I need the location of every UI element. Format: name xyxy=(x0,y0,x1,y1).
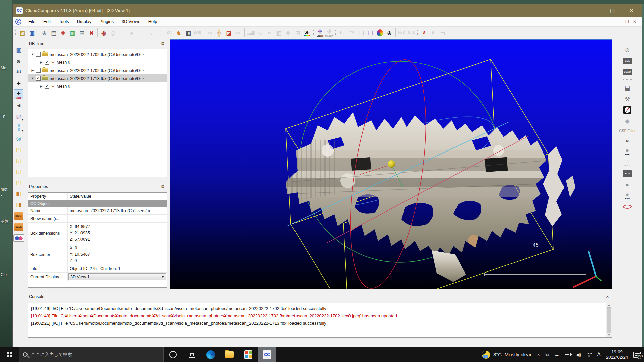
tree-item[interactable]: ▼metascan_20220222-1702.fbx (C:/Users/mo… xyxy=(28,50,167,58)
view-left-button[interactable]: ◲ xyxy=(14,167,23,176)
hull-plugin-button[interactable]: ● xyxy=(623,180,632,189)
task-view-button[interactable] xyxy=(182,347,201,362)
property-checkbox[interactable] xyxy=(70,216,74,220)
screenshot-button[interactable]: ◙ xyxy=(14,56,23,66)
global-shift-button[interactable]: ⊕ xyxy=(40,28,49,38)
csv-export-button[interactable]: ❏ xyxy=(366,28,375,38)
view-back-button[interactable]: ◳ xyxy=(14,178,23,187)
toolbar-drag-handle[interactable] xyxy=(14,41,23,43)
rotate-view-button[interactable]: ◄ xyxy=(14,101,23,110)
store-taskbar-button[interactable] xyxy=(239,347,258,362)
compass-plugin-button[interactable] xyxy=(623,105,632,115)
translate-rotate-button[interactable]: ╬ xyxy=(215,28,224,38)
perspective-cube-button[interactable]: ▧▾ xyxy=(14,112,23,121)
zoom-center-button[interactable]: ◎ xyxy=(14,134,23,143)
menu-edit[interactable]: Edit xyxy=(39,17,55,26)
visibility-checkbox[interactable] xyxy=(45,60,49,65)
view-front-button[interactable]: ◱ xyxy=(14,156,23,165)
hpr-plugin-button[interactable]: ●HPR xyxy=(623,147,632,156)
lips-plugin-button[interactable] xyxy=(623,202,632,212)
stereo-mode-button[interactable] xyxy=(13,233,24,243)
facets-plugin-button[interactable]: ◆ xyxy=(623,116,632,126)
visibility-checkbox[interactable] xyxy=(45,84,49,89)
noise-filter-button[interactable]: ▩ xyxy=(183,28,193,38)
cloudcompare-taskbar-button[interactable]: CC xyxy=(258,347,276,362)
dock-float-icon[interactable]: ⊡ xyxy=(161,184,164,189)
scalar-field-button[interactable]: SF xyxy=(302,28,312,38)
dock-float-icon[interactable]: ⊡ xyxy=(600,295,603,299)
dock-float-icon[interactable]: ⊡ xyxy=(161,41,164,46)
render-filter-off-button[interactable]: ⊘ xyxy=(623,45,632,55)
menu-tools[interactable]: Tools xyxy=(55,17,73,26)
desktop-icon-label[interactable]: Clo xyxy=(1,272,7,277)
cortana-button[interactable] xyxy=(164,347,182,362)
edl-shader-button[interactable]: EDL xyxy=(623,56,632,66)
menu-plugins[interactable]: Plugins xyxy=(95,17,118,26)
explorer-taskbar-button[interactable] xyxy=(220,347,239,362)
clone-button[interactable]: ▥ xyxy=(68,28,77,38)
close-button[interactable]: ✕ xyxy=(624,6,638,15)
rsd-plugin-button[interactable]: ●RSD xyxy=(623,191,632,200)
maximize-button[interactable]: ▢ xyxy=(605,6,620,15)
mdi-restore-button[interactable]: ❐ xyxy=(625,19,629,24)
cross-section-button[interactable]: ◪ xyxy=(224,28,233,38)
delete-button[interactable]: ✖ xyxy=(87,28,96,38)
animation-plugin-button[interactable]: ▤ xyxy=(623,83,632,93)
globe-button[interactable]: ⊕ xyxy=(385,28,394,38)
current-display-select[interactable]: 3D View 1▼ xyxy=(68,273,166,280)
csf-dog-button[interactable]: ♞ xyxy=(174,28,183,38)
expander-icon[interactable]: ▶ xyxy=(31,69,34,72)
tree-item[interactable]: ▶✶Mesh 0 xyxy=(28,58,167,66)
expander-icon[interactable]: ▼ xyxy=(31,53,34,56)
view-top-button[interactable]: ◰ xyxy=(14,145,23,154)
color-wheel-button[interactable] xyxy=(375,28,385,38)
menu-file[interactable]: File xyxy=(24,17,39,26)
toolbar-drag-handle[interactable] xyxy=(623,41,632,43)
desktop-icon-label[interactable]: mot xyxy=(1,187,7,192)
desktop-icon-label[interactable]: Mo xyxy=(1,66,6,70)
onedrive-cloud-icon[interactable]: ☁ xyxy=(554,352,559,357)
render-display-button[interactable]: ▣ xyxy=(14,45,23,55)
3d-viewport[interactable]: 45 xyxy=(170,39,612,289)
console-scrollbar[interactable]: ▲ ▼ xyxy=(606,303,612,337)
minimize-button[interactable]: – xyxy=(587,6,601,15)
desktop-icon-label[interactable]: - xyxy=(1,193,2,198)
pivot-auto-button[interactable]: +auto xyxy=(14,89,23,99)
mdi-minimize-button[interactable]: – xyxy=(619,19,621,24)
zoom-1-1-button[interactable]: 1:1 xyxy=(14,67,23,77)
view-right-button[interactable]: ◧ xyxy=(14,189,23,198)
menu-3d-views[interactable]: 3D Views xyxy=(118,17,144,26)
scrollbar-thumb[interactable] xyxy=(607,307,611,333)
tree-item[interactable]: ▶✶Mesh 0 xyxy=(28,82,167,90)
taskbar-search-input[interactable]: ここに入力して検索 xyxy=(19,347,164,362)
properties-list-button[interactable]: ▤ xyxy=(49,28,58,38)
menu-help[interactable]: Help xyxy=(144,17,161,26)
battery-icon[interactable] xyxy=(565,353,571,356)
notification-center-button[interactable]: 22 xyxy=(633,352,641,358)
ime-indicator[interactable]: A xyxy=(597,352,601,358)
point-picking-button[interactable]: ◉ xyxy=(99,28,108,38)
ssao-shader-button[interactable]: SSAO xyxy=(623,67,632,77)
weather-widget[interactable]: 3°C Mostly clear xyxy=(482,351,532,359)
hidden-icons-chevron[interactable]: ∧ xyxy=(537,352,540,357)
normals-plugin-button[interactable]: →N xyxy=(623,136,632,145)
merge-button[interactable]: ✚ xyxy=(58,28,68,38)
edge-taskbar-button[interactable] xyxy=(201,347,220,362)
visibility-checkbox[interactable] xyxy=(36,76,41,81)
scroll-down-icon[interactable]: ▼ xyxy=(608,334,610,337)
console-close-icon[interactable]: ✕ xyxy=(606,295,609,299)
apply-transformation-button[interactable]: ⊞ xyxy=(77,28,87,38)
menu-display[interactable]: Display xyxy=(73,17,96,26)
spline-button[interactable]: S xyxy=(420,28,429,38)
view-bottom-button[interactable]: ◨ xyxy=(14,200,23,209)
save-button[interactable]: ▣ xyxy=(27,28,37,38)
pivot-center-button[interactable]: + xyxy=(14,78,23,88)
device-icon[interactable]: ⧉ xyxy=(546,352,549,357)
pan-mode-button[interactable]: ╬▾ xyxy=(14,123,23,132)
start-button[interactable] xyxy=(0,347,19,362)
view-front-face-button[interactable]: FRONT xyxy=(14,211,23,221)
visibility-checkbox[interactable] xyxy=(36,68,41,73)
network-icon[interactable] xyxy=(586,353,592,357)
visibility-checkbox[interactable] xyxy=(36,52,41,57)
expander-icon[interactable]: ▶ xyxy=(40,61,43,64)
